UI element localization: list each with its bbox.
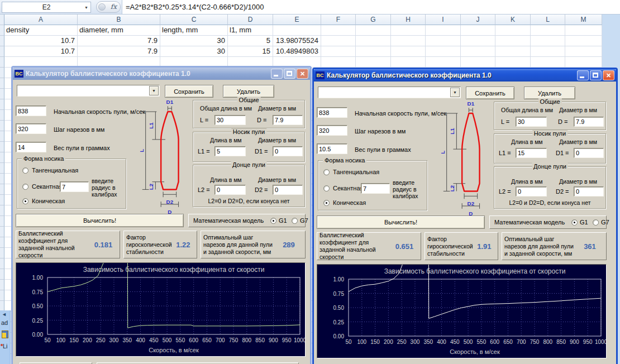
radio-secant[interactable]: [22, 184, 28, 190]
radio-conical-label[interactable]: Коническая: [32, 198, 65, 204]
radio-g1-label[interactable]: G1: [279, 217, 287, 224]
svg-text:250: 250: [96, 337, 106, 343]
nose-diameter-label: Диаметр в мм: [258, 137, 296, 143]
radio-conical[interactable]: [323, 200, 330, 206]
window-titlebar[interactable]: BC Калькулятор баллистического коэффицие…: [314, 69, 616, 82]
model-panel: Математическая модель G1 G7: [188, 214, 306, 227]
radio-g7[interactable]: [593, 219, 599, 226]
combobox-dropdown-icon[interactable]: ▼: [450, 88, 460, 97]
secant-radius-hint: введите радиус в калибрах: [393, 179, 425, 199]
delete-button[interactable]: Удалить: [524, 87, 575, 99]
bullet-diagram: D1LL1L2D2D: [437, 100, 497, 218]
close-button[interactable]: ✕: [603, 70, 614, 80]
bullet-nose-caption: Носик пули: [231, 128, 266, 135]
speed-label: Начальная скорость пули, м/сек: [54, 108, 145, 115]
bc-speed-chart: 1.000.750.500.250.0050100150200250300350…: [317, 265, 606, 358]
d2-prefix: D2 =: [556, 188, 569, 195]
nose-length-input[interactable]: [214, 146, 246, 156]
radio-tangential-label[interactable]: Тангенциальная: [32, 167, 78, 174]
radio-secant-label[interactable]: Секантная,: [333, 185, 365, 191]
preset-combobox[interactable]: ▼: [17, 85, 160, 97]
l1-prefix: L1 =: [198, 148, 210, 155]
twist-input[interactable]: [16, 123, 46, 134]
radio-tangential[interactable]: [323, 169, 330, 175]
window-title: Калькулятор баллистического коэффициента…: [26, 70, 271, 78]
d2-prefix: D2 =: [255, 186, 268, 193]
svg-text:L1: L1: [449, 128, 455, 135]
speed-input[interactable]: [317, 107, 347, 118]
radio-g1[interactable]: [571, 219, 578, 226]
base-diameter-input[interactable]: [273, 185, 303, 195]
maximize-button[interactable]: [284, 69, 295, 79]
chart-panel: 1.000.750.500.250.0050100150200250300350…: [317, 264, 607, 358]
svg-text:400: 400: [136, 337, 145, 343]
radio-conical-label[interactable]: Коническая: [333, 199, 366, 206]
speed-input[interactable]: [16, 106, 46, 116]
combobox-dropdown-icon[interactable]: ▼: [149, 86, 159, 95]
svg-text:50: 50: [345, 339, 352, 345]
radio-g7[interactable]: [292, 218, 298, 224]
nose-length-label: Длина в мм: [210, 137, 242, 143]
svg-text:1000: 1000: [294, 337, 305, 343]
maximize-button[interactable]: [590, 70, 602, 80]
svg-text:L: L: [139, 149, 145, 152]
save-button[interactable]: Сохранить: [165, 85, 213, 98]
radio-tangential-label[interactable]: Тангенциальная: [333, 169, 379, 175]
radio-secant-label[interactable]: Секантная,: [32, 183, 64, 190]
radio-secant[interactable]: [323, 185, 330, 191]
secant-radius-input[interactable]: [60, 181, 89, 192]
svg-text:750: 750: [229, 337, 239, 343]
svg-text:150: 150: [69, 337, 79, 343]
diameter-label: Диаметр в мм: [559, 107, 597, 113]
svg-text:350: 350: [122, 337, 132, 343]
radio-tangential[interactable]: [22, 167, 28, 174]
svg-text:350: 350: [423, 339, 433, 345]
nose-diameter-input[interactable]: [273, 146, 303, 156]
nose-length-input[interactable]: [516, 148, 547, 158]
close-icon: ✕: [603, 71, 614, 80]
secant-radius-input[interactable]: [361, 183, 390, 194]
total-length-input[interactable]: [516, 117, 547, 127]
result-bc-label: Баллистический коэффициент для заданной …: [319, 232, 390, 261]
calculator-window: BC Калькулятор баллистического коэффицие…: [312, 68, 618, 364]
svg-text:0.25: 0.25: [333, 319, 345, 325]
base-diameter-input[interactable]: [574, 186, 604, 197]
nose-diameter-input[interactable]: [574, 148, 604, 158]
radio-g1-label[interactable]: G1: [580, 219, 588, 226]
base-note: L2=0 и D2=D, если конуса нет: [494, 199, 605, 206]
radio-g1[interactable]: [270, 218, 276, 224]
svg-text:L: L: [440, 151, 446, 154]
weight-input[interactable]: [317, 143, 347, 154]
result-bc-label: Баллистический коэффициент для заданной …: [18, 230, 89, 259]
total-length-input[interactable]: [214, 115, 246, 125]
weight-input[interactable]: [16, 142, 46, 152]
svg-text:950: 950: [583, 339, 593, 345]
minimize-button[interactable]: [577, 70, 589, 80]
radio-g7-label[interactable]: G7: [601, 219, 609, 226]
diameter-input[interactable]: [574, 117, 604, 127]
base-diameter-label: Диаметр в мм: [559, 178, 597, 185]
svg-text:300: 300: [411, 339, 420, 345]
result-twist-panel: Оптимальный шаг нарезов для данной пули …: [502, 232, 607, 260]
compute-button[interactable]: Вычислить!: [16, 214, 184, 227]
compute-button[interactable]: Вычислить!: [317, 215, 485, 229]
svg-text:850: 850: [556, 339, 566, 345]
bullet-base-group: Донце пули Длина в мм Диаметр в мм L2 = …: [494, 166, 606, 209]
base-length-input[interactable]: [214, 185, 246, 195]
minimize-button[interactable]: [271, 69, 283, 79]
delete-button[interactable]: Удалить: [223, 85, 274, 98]
titlebar-buttons: ✕: [577, 70, 614, 80]
twist-input[interactable]: [317, 125, 347, 136]
radio-conical[interactable]: [22, 198, 28, 204]
svg-text:250: 250: [397, 339, 407, 345]
svg-text:0.75: 0.75: [333, 291, 345, 297]
result-stability-panel: Фактор гироскопической стабильности 1.22: [123, 231, 197, 258]
general-caption: Общие: [237, 97, 260, 103]
save-button[interactable]: Сохранить: [466, 87, 514, 99]
close-button[interactable]: ✕: [297, 69, 308, 79]
diameter-input[interactable]: [273, 115, 303, 125]
window-titlebar[interactable]: BC Калькулятор баллистического коэффицие…: [13, 68, 310, 80]
preset-combobox[interactable]: ▼: [318, 87, 461, 98]
base-length-input[interactable]: [516, 186, 547, 197]
radio-g7-label[interactable]: G7: [300, 217, 308, 224]
